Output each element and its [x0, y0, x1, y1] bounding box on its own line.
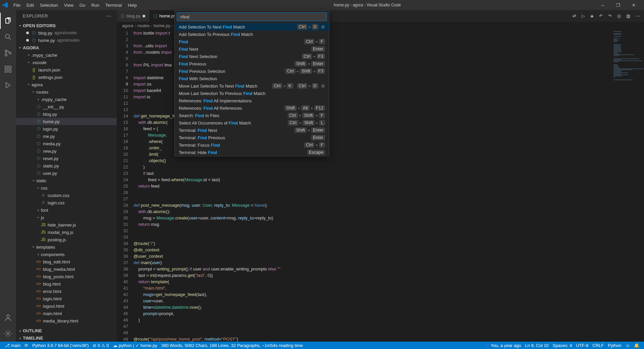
tree-file[interactable]: <>blog_edit.html [16, 258, 117, 265]
run-icon[interactable]: ▷ [582, 13, 585, 18]
status-bell[interactable]: 🔔 [632, 342, 641, 349]
tree-folder[interactable]: ›templates [16, 243, 117, 251]
tree-file[interactable]: ⬡user.py [16, 169, 117, 177]
tree-file[interactable]: ⬡__init__.py [16, 103, 117, 110]
status-sync[interactable]: ⟳ [22, 342, 30, 349]
nav-back-icon[interactable]: ↶ [599, 13, 603, 18]
palette-item[interactable]: Search: Find in FilesCtrl+Shift+F [175, 112, 329, 119]
palette-item[interactable]: References: Find All ReferencesShift+Alt… [175, 104, 329, 112]
menu-selection[interactable]: Selection [37, 1, 60, 9]
tree-file[interactable]: <>blog_posts.html [16, 273, 117, 280]
tree-file[interactable]: ⬡new.py [16, 147, 117, 155]
status-blame[interactable]: 👤 You, a year ago [482, 342, 523, 349]
status-lang[interactable]: Python [606, 342, 623, 349]
tree-file[interactable]: ⬡blog.py [16, 110, 117, 118]
tree-file[interactable]: <>blog.html [16, 280, 117, 288]
tree-file[interactable]: <>login.html [16, 295, 117, 302]
tree-folder[interactable]: ›.mypy_cache [16, 96, 117, 103]
tree-file[interactable]: ⬡media.py [16, 140, 117, 147]
palette-item[interactable]: Find Previous SelectionCtrl+Shift+F3 [175, 67, 329, 75]
gear-icon[interactable]: ⚙ [321, 24, 325, 30]
activity-extensions-icon[interactable] [0, 61, 16, 77]
palette-item[interactable]: Add Selection To Previous Find Match [175, 31, 329, 38]
tree-file[interactable]: <>blog_media.html [16, 265, 117, 273]
gear-icon[interactable]: ⚙ [321, 84, 325, 89]
open-editor-item[interactable]: ⬡home.pyagora\routes [16, 37, 117, 44]
palette-item[interactable]: Move Last Selection To Previous Find Mat… [175, 90, 329, 97]
palette-item[interactable]: Find NextEnter [175, 45, 329, 53]
palette-item[interactable]: References: Find All Implementations [175, 97, 329, 104]
status-spaces[interactable]: Spaces: 4 [551, 342, 574, 349]
tree-file[interactable]: #login.css [16, 199, 117, 206]
palette-item[interactable]: Terminal: Hide FindEscape [175, 149, 329, 156]
tree-folder[interactable]: ›agora [16, 81, 117, 88]
minimize-button[interactable]: ─ [595, 0, 610, 10]
tree-folder[interactable]: ›.mypy_cache [16, 51, 117, 59]
palette-item[interactable]: Move Last Selection To Next Find MatchCt… [175, 82, 329, 90]
menu-edit[interactable]: Edit [24, 1, 37, 9]
section-workspace[interactable]: ›AGORA [16, 44, 117, 51]
split-icon[interactable]: ▥ [626, 13, 630, 18]
more-icon[interactable]: ⋯ [636, 13, 640, 18]
palette-item[interactable]: Select All Occurrences of Find MatchCtrl… [175, 119, 329, 127]
breadcrumb-item[interactable]: agora [122, 23, 133, 28]
tree-folder[interactable]: ›.vscode [16, 59, 117, 66]
tree-file[interactable]: <>error.html [16, 288, 117, 295]
menu-terminal[interactable]: Terminal [103, 1, 124, 9]
compare-icon[interactable]: ⇄ [573, 13, 576, 18]
breadcrumb-item[interactable]: routes [138, 23, 150, 28]
tree-file[interactable]: {}settings.json [16, 73, 117, 81]
nav-fwd-icon[interactable]: ↷ [608, 13, 612, 18]
close-button[interactable]: ✕ [626, 0, 641, 10]
section-outline[interactable]: ›OUTLINE [16, 327, 117, 334]
section-timeline[interactable]: ›TIMELINE [16, 334, 117, 342]
status-stats[interactable]: 380 Words, 5082 Chars, 188 Lines, 32 Par… [159, 342, 305, 349]
section-open-editors[interactable]: ›OPEN EDITORS [16, 22, 117, 29]
activity-search-icon[interactable] [0, 29, 16, 45]
tree-file[interactable]: JSposting.js [16, 236, 117, 243]
explorer-more-icon[interactable]: ⋯ [106, 13, 112, 19]
palette-item[interactable]: Terminal: Find PreviousEnter [175, 134, 329, 141]
palette-item[interactable]: Add Selection To Next Find MatchCtrl+D⚙ [175, 23, 329, 31]
open-editor-item[interactable]: ⬡blog.pyagora\routes [16, 29, 117, 37]
status-eol[interactable]: CRLF [590, 342, 606, 349]
tree-folder[interactable]: ›css [16, 184, 117, 192]
palette-item[interactable]: Find PreviousShift+Enter [175, 60, 329, 67]
tree-file[interactable]: <>main.html [16, 310, 117, 317]
palette-item[interactable]: Find Next SelectionCtrl+F3 [175, 53, 329, 60]
tree-file[interactable]: JShide_banner.js [16, 221, 117, 229]
tree-folder[interactable]: ›js [16, 214, 117, 221]
breadcrumb-item[interactable]: home.py [154, 23, 170, 28]
tree-file[interactable]: #custom.css [16, 192, 117, 199]
palette-item[interactable]: Terminal: Find NextShift+Enter [175, 127, 329, 134]
activity-account-icon[interactable] [0, 309, 16, 326]
menu-view[interactable]: View [61, 1, 76, 9]
tree-file[interactable]: {}launch.json [16, 66, 117, 73]
menu-file[interactable]: File [11, 1, 23, 9]
menu-help[interactable]: Help [125, 1, 140, 9]
tree-file[interactable]: ⬡home.py [16, 118, 117, 125]
menu-go[interactable]: Go [77, 1, 88, 9]
status-encoding[interactable]: UTF-8 [574, 342, 590, 349]
palette-item[interactable]: Terminal: Focus FindCtrl+F [175, 141, 329, 149]
status-problems[interactable]: ⊘ 0 ⚠ 0 [91, 342, 111, 349]
tree-file[interactable]: <>media_library.html [16, 317, 117, 325]
status-python[interactable]: Python 3.8.7 64-bit ('venv38') [30, 342, 91, 349]
tree-file[interactable]: JSmodal_img.js [16, 229, 117, 236]
tree-file[interactable]: ⬡login.py [16, 125, 117, 133]
menu-run[interactable]: Run [89, 1, 102, 9]
activity-run-icon[interactable] [0, 77, 16, 93]
circle-icon[interactable]: ◎ [617, 13, 621, 18]
tree-folder[interactable]: ›components [16, 251, 117, 258]
maximize-button[interactable]: ❐ [610, 0, 626, 10]
palette-item[interactable]: Find With Selection [175, 75, 329, 82]
tree-file[interactable]: ⬡static.py [16, 162, 117, 169]
tree-folder[interactable]: ›static [16, 177, 117, 184]
status-cursor[interactable]: Ln 9, Col 10 [523, 342, 551, 349]
activity-scm-icon[interactable] [0, 45, 16, 61]
status-langserver[interactable]: ☁ python | ✓ home.py [111, 342, 159, 349]
activity-settings-icon[interactable] [0, 326, 16, 342]
activity-explorer-icon[interactable] [0, 13, 16, 29]
git-icon[interactable]: ◈ [590, 13, 594, 18]
editor-tab[interactable]: ⬡blog.py [117, 10, 150, 22]
